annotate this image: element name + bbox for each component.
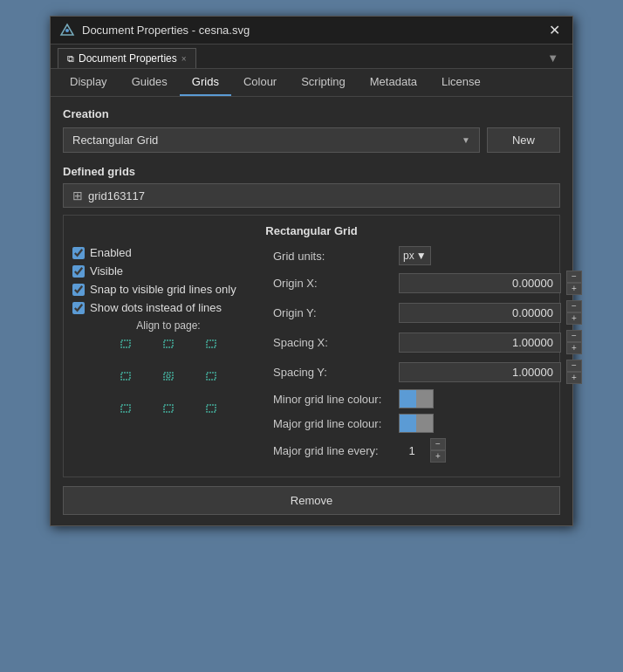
spacing-x-increment[interactable]: + (566, 342, 582, 354)
doc-tab-icon: ⧉ (67, 53, 74, 65)
snap-row: Snap to visible grid lines only (72, 283, 264, 296)
remove-button[interactable]: Remove (63, 486, 560, 515)
grid-units-value: px (403, 250, 414, 262)
dots-checkbox[interactable] (72, 302, 85, 314)
grid-panel-title: Rectangular Grid (72, 224, 551, 237)
defined-grids-title: Defined grids (63, 165, 560, 178)
tab-close-icon[interactable]: × (181, 54, 187, 64)
origin-y-increment[interactable]: + (566, 312, 582, 325)
major-colour-swatch[interactable] (399, 414, 434, 433)
align-bottom-left[interactable] (114, 391, 149, 417)
tab-grids[interactable]: Grids (180, 69, 231, 96)
svg-rect-9 (121, 405, 130, 412)
svg-point-7 (167, 374, 170, 378)
align-top-left[interactable] (114, 335, 149, 361)
dots-label: Show dots instead of lines (90, 301, 222, 314)
dots-row: Show dots instead of lines (72, 301, 264, 314)
creation-row: Rectangular Grid ▼ New (63, 127, 560, 153)
document-properties-window: Document Properties - cesna.svg ✕ ⧉ Docu… (50, 16, 573, 526)
minor-colour-label: Minor grid line colour: (273, 393, 395, 406)
major-colour-row: Major grid line colour: (273, 414, 551, 433)
grid-type-dropdown[interactable]: Rectangular Grid ▼ (63, 127, 480, 153)
origin-x-label: Origin X: (273, 277, 395, 290)
align-top-center[interactable] (151, 335, 186, 361)
origin-x-decrement[interactable]: − (566, 271, 582, 283)
grid-units-dropdown[interactable]: px ▼ (399, 246, 431, 265)
snap-label: Snap to visible grid lines only (90, 283, 236, 296)
major-every-row: Major grid line every: 1 − + (273, 438, 551, 463)
origin-y-label: Origin Y: (273, 306, 395, 319)
grid-left-col: Enabled Visible Snap to visible grid lin… (72, 246, 264, 468)
doc-tab-label: Document Properties (79, 52, 177, 65)
spacing-x-stepper: − + (566, 330, 582, 354)
grid-panel: Rectangular Grid Enabled Visible Snap to… (63, 215, 560, 477)
svg-rect-3 (164, 340, 173, 347)
origin-y-input[interactable] (399, 303, 561, 323)
grid-units-row: Grid units: px ▼ (273, 246, 551, 265)
tab-colour[interactable]: Colour (231, 69, 289, 96)
enabled-checkbox[interactable] (72, 247, 85, 259)
svg-rect-8 (207, 373, 216, 380)
grid-right-col: Grid units: px ▼ Origin X: − + (273, 246, 551, 468)
minor-colour-swatch[interactable] (399, 389, 434, 408)
spacing-y-increment[interactable]: + (566, 372, 582, 384)
close-button[interactable]: ✕ (545, 22, 564, 38)
snap-checkbox[interactable] (72, 284, 85, 296)
content-area: Creation Rectangular Grid ▼ New Defined … (51, 97, 572, 525)
visible-row: Visible (72, 264, 264, 278)
svg-rect-5 (121, 373, 130, 380)
svg-rect-2 (121, 340, 130, 347)
spacing-x-row: Spacing X: − + (273, 330, 551, 354)
tab-guides[interactable]: Guides (120, 69, 180, 96)
titlebar: Document Properties - cesna.svg ✕ (51, 17, 572, 45)
enabled-label: Enabled (90, 246, 132, 259)
svg-rect-4 (207, 340, 216, 347)
document-properties-tab[interactable]: ⧉ Document Properties × (58, 48, 196, 68)
svg-point-1 (65, 29, 69, 32)
tab-expand-icon[interactable]: ▼ (540, 48, 565, 68)
enabled-row: Enabled (72, 246, 264, 259)
window-title: Document Properties - cesna.svg (82, 24, 250, 37)
origin-x-input[interactable] (399, 273, 561, 293)
spacing-y-stepper: − + (566, 360, 582, 384)
align-label: Align to page: (72, 319, 264, 332)
spacing-y-decrement[interactable]: − (566, 360, 582, 372)
spacing-x-input[interactable] (399, 333, 561, 353)
grid-list-item[interactable]: ⊞ grid163117 (63, 183, 560, 208)
spacing-x-decrement[interactable]: − (566, 330, 582, 342)
spacing-y-label: Spacing Y: (273, 366, 395, 379)
origin-x-stepper: − + (566, 271, 582, 295)
visible-checkbox[interactable] (72, 265, 85, 278)
align-center[interactable] (151, 363, 186, 389)
grid-type-label: Rectangular Grid (72, 134, 158, 147)
origin-y-row: Origin Y: − + (273, 300, 551, 325)
units-dropdown-arrow: ▼ (416, 250, 427, 262)
minor-colour-row: Minor grid line colour: (273, 389, 551, 408)
major-every-decrement[interactable]: − (430, 438, 446, 450)
tab-license[interactable]: License (429, 69, 493, 96)
dropdown-arrow-icon: ▼ (462, 135, 470, 145)
tab-scripting[interactable]: Scripting (289, 69, 358, 96)
grid-name-label: grid163117 (88, 189, 145, 202)
major-every-value: 1 (399, 444, 425, 457)
tab-metadata[interactable]: Metadata (358, 69, 429, 96)
align-grid (72, 335, 264, 417)
origin-x-increment[interactable]: + (566, 283, 582, 295)
nav-tabs: Display Guides Grids Colour Scripting Me… (51, 69, 572, 97)
origin-x-row: Origin X: − + (273, 271, 551, 295)
align-bottom-right[interactable] (188, 391, 222, 417)
visible-label: Visible (90, 264, 123, 278)
spacing-y-input[interactable] (399, 362, 561, 382)
origin-y-decrement[interactable]: − (566, 300, 582, 312)
tab-display[interactable]: Display (58, 69, 120, 96)
grid-list-icon: ⊞ (72, 189, 83, 202)
svg-rect-10 (164, 405, 173, 412)
align-middle-left[interactable] (114, 363, 149, 389)
align-bottom-center[interactable] (151, 391, 186, 417)
app-icon (59, 23, 75, 38)
align-middle-right[interactable] (188, 363, 222, 389)
align-top-right[interactable] (188, 335, 222, 361)
new-grid-button[interactable]: New (487, 127, 560, 153)
major-every-increment[interactable]: + (430, 450, 446, 463)
tab-bar-top: ⧉ Document Properties × ▼ (51, 45, 572, 69)
